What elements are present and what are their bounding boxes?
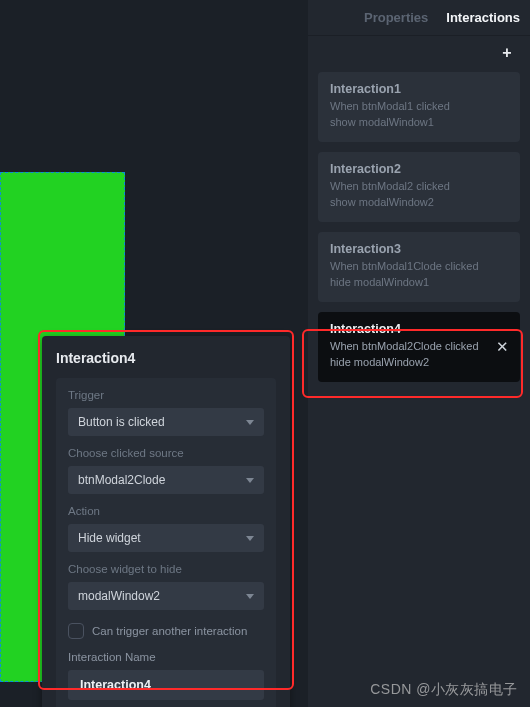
select-value: Hide widget <box>78 531 141 545</box>
label-interaction-name: Interaction Name <box>68 651 264 663</box>
interaction-card-line: hide modalWindow1 <box>330 275 508 291</box>
interaction-card[interactable]: Interaction3 When btnModal1Clode clicked… <box>318 232 520 302</box>
interaction-card-selected[interactable]: Interaction4 When btnModal2Clode clicked… <box>318 312 520 382</box>
interaction-card-title: Interaction2 <box>330 162 508 176</box>
detail-title: Interaction4 <box>56 350 276 366</box>
label-trigger: Trigger <box>68 389 264 401</box>
select-action[interactable]: Hide widget <box>68 524 264 552</box>
plus-icon: + <box>502 44 511 62</box>
close-icon: ✕ <box>496 338 509 356</box>
add-row: + <box>308 36 530 68</box>
detail-form: Trigger Button is clicked Choose clicked… <box>56 378 276 707</box>
interaction-list: Interaction1 When btnModal1 clicked show… <box>308 68 530 382</box>
watermark: CSDN @小灰灰搞电子 <box>370 681 518 699</box>
add-interaction-button[interactable]: + <box>498 44 516 62</box>
interaction-card-line: hide modalWindow2 <box>330 355 486 371</box>
interaction-card-line: When btnModal1Clode clicked <box>330 259 508 275</box>
select-value: Button is clicked <box>78 415 165 429</box>
label-can-trigger: Can trigger another interaction <box>92 625 247 637</box>
interaction-card-line: When btnModal2 clicked <box>330 179 508 195</box>
chevron-down-icon <box>246 478 254 483</box>
interaction-card-line: show modalWindow2 <box>330 195 508 211</box>
input-value: Interaction4 <box>80 678 151 692</box>
select-value: btnModal2Clode <box>78 473 165 487</box>
chevron-down-icon <box>246 420 254 425</box>
interaction-card[interactable]: Interaction1 When btnModal1 clicked show… <box>318 72 520 142</box>
interaction-card-title: Interaction4 <box>330 322 486 336</box>
inspector-tabs: Properties Interactions <box>308 0 530 36</box>
interaction-card-title: Interaction1 <box>330 82 508 96</box>
input-interaction-name[interactable]: Interaction4 <box>68 670 264 700</box>
label-source: Choose clicked source <box>68 447 264 459</box>
tab-interactions[interactable]: Interactions <box>446 10 520 25</box>
label-action: Action <box>68 505 264 517</box>
interaction-card-line: When btnModal1 clicked <box>330 99 508 115</box>
select-trigger[interactable]: Button is clicked <box>68 408 264 436</box>
chevron-down-icon <box>246 594 254 599</box>
interaction-card-title: Interaction3 <box>330 242 508 256</box>
checkbox-can-trigger[interactable] <box>68 623 84 639</box>
interaction-card-line: When btnModal2Clode clicked <box>330 339 486 355</box>
tab-properties[interactable]: Properties <box>364 10 428 25</box>
can-trigger-row[interactable]: Can trigger another interaction <box>68 623 264 639</box>
select-source[interactable]: btnModal2Clode <box>68 466 264 494</box>
select-target[interactable]: modalWindow2 <box>68 582 264 610</box>
label-target: Choose widget to hide <box>68 563 264 575</box>
delete-interaction-button[interactable]: ✕ <box>494 339 510 355</box>
interaction-detail-panel: Interaction4 Trigger Button is clicked C… <box>42 336 290 707</box>
inspector-panel: Properties Interactions + Interaction1 W… <box>308 0 530 707</box>
chevron-down-icon <box>246 536 254 541</box>
interaction-card[interactable]: Interaction2 When btnModal2 clicked show… <box>318 152 520 222</box>
select-value: modalWindow2 <box>78 589 160 603</box>
interaction-card-line: show modalWindow1 <box>330 115 508 131</box>
